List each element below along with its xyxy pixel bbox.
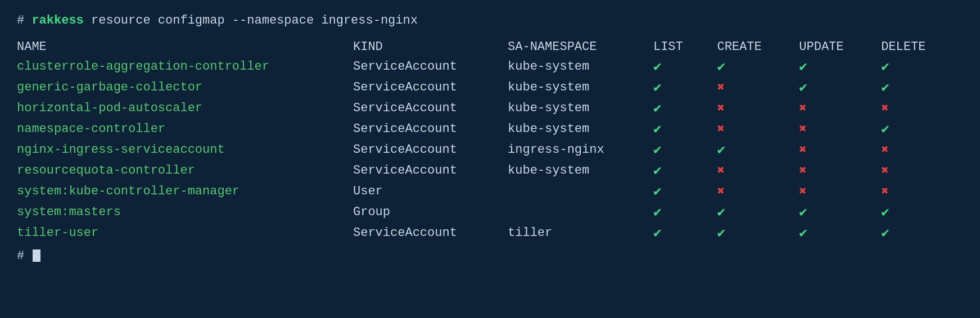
- table-cell: ✔: [717, 56, 799, 77]
- table-cell: nginx-ingress-serviceaccount: [17, 139, 353, 160]
- cross-icon: ✖: [717, 102, 724, 116]
- check-icon: ✔: [653, 143, 661, 158]
- cross-icon: ✖: [799, 122, 806, 137]
- table-cell: ✔: [653, 56, 717, 77]
- cross-icon: ✖: [881, 164, 888, 178]
- header-update: UPDATE: [799, 38, 881, 56]
- table-cell: ingress-nginx: [508, 139, 653, 160]
- cross-icon: ✖: [799, 143, 806, 157]
- table-cell: ✔: [653, 139, 717, 160]
- check-icon: ✔: [717, 60, 725, 75]
- table-cell: ✖: [881, 98, 963, 119]
- table-cell: User: [353, 181, 508, 202]
- table-cell: ✔: [799, 222, 881, 243]
- table-row: system:mastersGroup✔✔✔✔: [17, 202, 963, 222]
- table-cell: ✖: [799, 119, 881, 139]
- permissions-table: NAME KIND SA-NAMESPACE LIST CREATE UPDAT…: [17, 38, 963, 243]
- table-cell: ServiceAccount: [353, 160, 508, 181]
- table-cell: ✖: [799, 160, 881, 181]
- check-icon: ✔: [653, 163, 661, 179]
- table-cell: ✔: [653, 181, 717, 202]
- table-cell: ✔: [717, 222, 799, 243]
- check-icon: ✔: [653, 122, 661, 137]
- check-icon: ✔: [799, 80, 807, 96]
- table-cell: clusterrole-aggregation-controller: [17, 56, 353, 77]
- table-row: resourcequota-controllerServiceAccountku…: [17, 160, 963, 181]
- check-icon: ✔: [881, 205, 889, 220]
- table-row: nginx-ingress-serviceaccountServiceAccou…: [17, 139, 963, 160]
- table-cell: ✔: [799, 77, 881, 98]
- table-cell: ServiceAccount: [353, 222, 508, 243]
- table-cell: horizontal-pod-autoscaler: [17, 98, 353, 119]
- table-cell: ✔: [653, 202, 717, 222]
- check-icon: ✔: [653, 101, 661, 116]
- table-row: horizontal-pod-autoscalerServiceAccountk…: [17, 98, 963, 119]
- table-cell: kube-system: [508, 56, 653, 77]
- cross-icon: ✖: [717, 164, 724, 178]
- table-cell: ServiceAccount: [353, 56, 508, 77]
- cross-icon: ✖: [799, 185, 806, 199]
- check-icon: ✔: [653, 80, 661, 96]
- cross-icon: ✖: [799, 164, 806, 178]
- table-row: system:kube-controller-managerUser✔✖✖✖: [17, 181, 963, 202]
- check-icon: ✔: [881, 60, 889, 75]
- table-cell: Group: [353, 202, 508, 222]
- table-cell: ServiceAccount: [353, 119, 508, 139]
- table-cell: ✔: [881, 56, 963, 77]
- cross-icon: ✖: [717, 81, 724, 95]
- command-tool: rakkess: [31, 13, 83, 28]
- cross-icon: ✖: [881, 185, 888, 199]
- table-cell: ✖: [717, 77, 799, 98]
- table-cell: ✔: [653, 119, 717, 139]
- table-cell: system:kube-controller-manager: [17, 181, 353, 202]
- check-icon: ✔: [653, 184, 661, 199]
- header-name: NAME: [17, 38, 353, 56]
- table-cell: namespace-controller: [17, 119, 353, 139]
- table-cell: kube-system: [508, 160, 653, 181]
- cross-icon: ✖: [881, 143, 888, 157]
- check-icon: ✔: [717, 205, 725, 220]
- cross-icon: ✖: [717, 185, 724, 199]
- table-cell: ServiceAccount: [353, 77, 508, 98]
- table-row: namespace-controllerServiceAccountkube-s…: [17, 119, 963, 139]
- check-icon: ✔: [881, 226, 889, 241]
- prompt-hash: #: [17, 249, 24, 263]
- table-cell: ✖: [881, 160, 963, 181]
- prompt-line: #: [17, 249, 963, 263]
- check-icon: ✔: [799, 60, 807, 75]
- table-cell: [508, 181, 653, 202]
- table-cell: ✔: [717, 202, 799, 222]
- table-cell: ✖: [799, 139, 881, 160]
- table-cell: resourcequota-controller: [17, 160, 353, 181]
- command-hash: #: [17, 13, 24, 28]
- header-list: LIST: [653, 38, 717, 56]
- table-cell: ✔: [653, 77, 717, 98]
- table-row: tiller-userServiceAccounttiller✔✔✔✔: [17, 222, 963, 243]
- table-cell: tiller-user: [17, 222, 353, 243]
- table-cell: ✔: [881, 202, 963, 222]
- table-cell: ✖: [717, 160, 799, 181]
- table-row: clusterrole-aggregation-controllerServic…: [17, 56, 963, 77]
- check-icon: ✔: [881, 80, 889, 96]
- table-cell: ✖: [717, 181, 799, 202]
- table-cell: kube-system: [508, 98, 653, 119]
- check-icon: ✔: [881, 122, 889, 137]
- table-cell: ✔: [653, 98, 717, 119]
- cross-icon: ✖: [799, 102, 806, 116]
- table-cell: ✔: [881, 119, 963, 139]
- cursor: [33, 249, 40, 262]
- cross-icon: ✖: [881, 102, 888, 116]
- table-cell: ✔: [717, 139, 799, 160]
- table-cell: ✔: [881, 77, 963, 98]
- header-kind: KIND: [353, 38, 508, 56]
- table-cell: ✖: [799, 181, 881, 202]
- table-cell: system:masters: [17, 202, 353, 222]
- table-cell: ServiceAccount: [353, 98, 508, 119]
- check-icon: ✔: [653, 226, 661, 241]
- table-cell: tiller: [508, 222, 653, 243]
- table-cell: ✔: [881, 222, 963, 243]
- table-cell: kube-system: [508, 77, 653, 98]
- command-line: # rakkess resource configmap --namespace…: [17, 13, 963, 28]
- table-cell: ✖: [881, 181, 963, 202]
- table-cell: [508, 202, 653, 222]
